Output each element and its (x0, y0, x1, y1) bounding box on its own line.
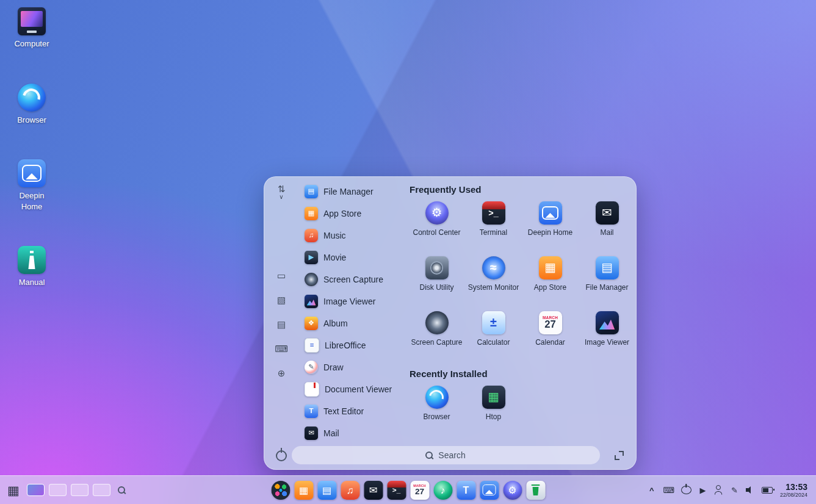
volume-icon[interactable] (746, 485, 755, 495)
sort-control[interactable]: ⇅ ∨ (264, 184, 298, 200)
category-graphics-icon[interactable] (276, 294, 287, 305)
control-center-icon[interactable] (503, 481, 522, 500)
mail-icon[interactable] (364, 481, 383, 500)
deepin-home-icon[interactable] (480, 481, 499, 500)
app-label: App Store (534, 283, 566, 292)
workspace-thumbnail[interactable] (27, 484, 45, 496)
app-label: Document Viewer (325, 384, 392, 394)
browser-icon (18, 84, 46, 112)
category-internet-icon[interactable] (276, 367, 287, 378)
app-list-item[interactable]: Album (302, 312, 406, 334)
app-label: File Manager (323, 187, 374, 196)
chevron-down-icon[interactable]: ∨ (279, 194, 283, 200)
mail-icon (596, 201, 619, 225)
text-editor-icon[interactable] (457, 481, 475, 500)
taskbar-search-icon[interactable] (118, 486, 126, 494)
battery-icon[interactable] (762, 487, 773, 494)
app-grid-item[interactable]: Control Center (408, 200, 465, 255)
image-viewer-icon (305, 295, 318, 308)
taskbar-left: ▦ (7, 484, 126, 497)
app-grid-item[interactable]: File Manager (579, 255, 635, 310)
app-list-item[interactable]: Document Viewer (302, 378, 406, 400)
app-grid-item[interactable]: Htop (465, 384, 522, 439)
file-manager-icon[interactable] (317, 481, 336, 500)
app-list-item[interactable]: Draw (302, 356, 406, 378)
app-grid-item[interactable]: Calculator (465, 310, 522, 365)
desktop-icon-label: Manual (19, 277, 45, 288)
pen-icon[interactable] (730, 485, 739, 495)
app-label: Calendar (535, 338, 565, 347)
workspace-thumbnail[interactable] (49, 484, 67, 496)
app-grid-item[interactable]: Disk Utility (408, 255, 465, 310)
app-list-item[interactable]: File Manager (302, 181, 406, 203)
desktop-icon[interactable]: Browser (6, 84, 57, 126)
app-list-item[interactable]: LibreOffice (302, 334, 406, 356)
keyboard-icon[interactable] (663, 485, 674, 495)
app-label: Terminal (480, 228, 507, 237)
calendar-icon[interactable] (410, 481, 429, 500)
workspace-thumbnail[interactable] (93, 484, 110, 496)
app-grid-item[interactable]: System Monitor (465, 255, 522, 310)
music-icon[interactable] (341, 481, 359, 500)
media-player-icon[interactable] (433, 481, 452, 500)
launcher-right-pane: Frequently Used Control Center Terminal (408, 184, 635, 439)
app-label: System Monitor (468, 283, 519, 292)
workspace-thumbnail[interactable] (71, 484, 88, 496)
screen-capture-icon (305, 273, 318, 286)
app-label: Album (323, 319, 348, 328)
app-grid-item[interactable]: Calendar (522, 310, 579, 365)
app-grid-item[interactable]: Image Viewer (579, 310, 635, 365)
app-label: App Store (323, 209, 361, 218)
app-list-item[interactable]: App Store (302, 203, 406, 225)
clock-date: 22/08/2024 (780, 492, 807, 498)
category-documents-icon[interactable] (276, 319, 287, 329)
app-grid-item[interactable]: Screen Capture (408, 310, 465, 365)
file-manager-icon (596, 256, 619, 279)
launcher-icon[interactable]: ▦ (7, 484, 20, 497)
app-list-item[interactable]: Text Editor (302, 400, 406, 422)
desktop-icon-list: Computer Browser Deepin Home Manual (6, 7, 57, 288)
deepin-launcher-icon[interactable] (271, 481, 290, 500)
app-store-icon (305, 207, 318, 220)
computer-icon (18, 7, 46, 35)
user-icon[interactable] (714, 485, 723, 495)
app-list-item[interactable]: Movie (302, 247, 406, 268)
app-grid-item[interactable]: Mail (579, 200, 635, 255)
app-label: Deepin Home (528, 228, 572, 237)
desktop-icon[interactable]: Deepin Home (6, 159, 57, 212)
trash-icon[interactable] (526, 481, 545, 500)
category-all-apps-icon[interactable] (276, 270, 287, 281)
app-grid-item[interactable]: Terminal (465, 200, 522, 255)
app-label: Htop (486, 412, 501, 421)
app-grid-item[interactable]: Deepin Home (522, 200, 579, 255)
clock[interactable]: 13:53 22/08/2024 (780, 482, 807, 498)
power-icon[interactable] (681, 486, 691, 494)
app-store-icon[interactable] (294, 481, 313, 500)
terminal-icon (482, 201, 505, 225)
recently-installed-grid: Browser Htop (408, 384, 635, 439)
app-list-item[interactable]: Screen Capture (302, 268, 406, 290)
taskbar: ▦ (0, 475, 816, 504)
terminal-icon[interactable] (387, 481, 406, 500)
desktop-icon[interactable]: Manual (6, 246, 57, 288)
app-grid-item[interactable]: App Store (522, 255, 579, 310)
expand-fullscreen-icon[interactable] (615, 451, 624, 460)
search-placeholder: Search (438, 450, 465, 460)
desktop-icon[interactable]: Computer (6, 7, 57, 49)
text-editor-icon (305, 405, 318, 418)
sort-arrows-icon[interactable]: ⇅ (278, 184, 286, 193)
draw-icon (305, 361, 318, 374)
tray-expand-icon[interactable] (647, 485, 656, 495)
app-list-item[interactable]: Music (302, 225, 406, 247)
app-label: Screen Capture (411, 338, 462, 347)
category-system-icon[interactable] (276, 343, 287, 354)
media-icon[interactable] (698, 485, 707, 495)
app-label: Mail (600, 228, 613, 237)
category-rail (264, 270, 298, 378)
workspace-switcher (27, 484, 110, 496)
app-grid-item[interactable]: Browser (408, 384, 465, 439)
document-viewer-icon (305, 382, 319, 397)
app-list-item[interactable]: Image Viewer (302, 290, 406, 312)
search-input[interactable]: Search (292, 446, 600, 464)
desktop-icon-label: Deepin Home (10, 190, 54, 212)
